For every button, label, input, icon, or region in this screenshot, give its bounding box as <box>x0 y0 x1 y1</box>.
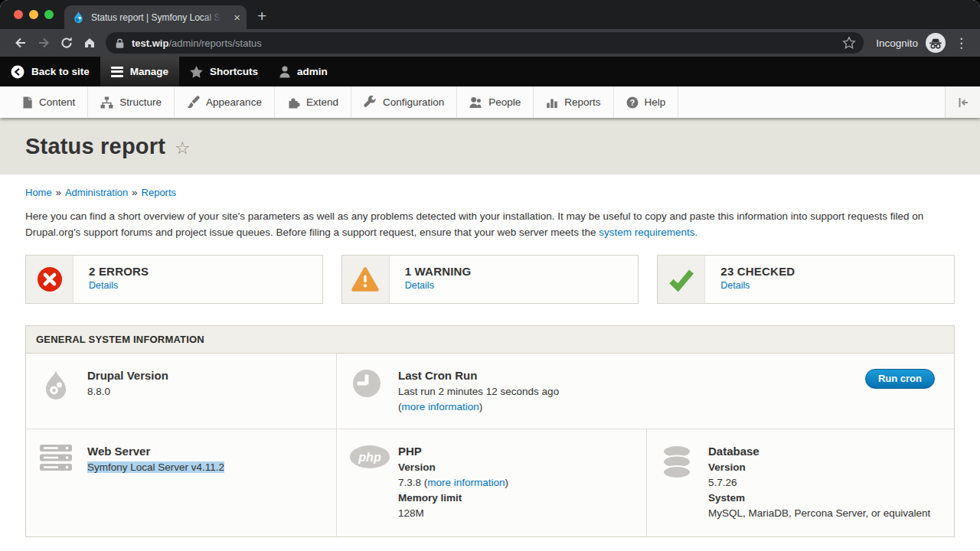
database-title: Database <box>708 445 930 458</box>
back-to-site-link[interactable]: Back to site <box>0 57 100 86</box>
address-bar[interactable]: test.wip/admin/reports/status <box>106 32 864 54</box>
error-iconbox <box>26 256 74 303</box>
help-icon: ? <box>626 96 639 109</box>
panel-header: GENERAL SYSTEM INFORMATION <box>26 326 954 354</box>
window-zoom-button[interactable] <box>44 10 54 19</box>
menu-item-extend[interactable]: Extend <box>275 86 351 118</box>
breadcrumb-administration-link[interactable]: Administration <box>65 187 128 198</box>
shortcuts-star-icon <box>190 66 203 78</box>
php-memory-limit-label: Memory limit <box>398 491 508 506</box>
checked-count: 23 CHECKED <box>720 265 795 278</box>
warnings-card: 1 WARNING Details <box>341 255 639 304</box>
tab-strip: Status report | Symfony Local Se × + <box>0 0 980 29</box>
cron-status-text: Last run 2 minutes 12 seconds ago <box>398 384 559 399</box>
checked-card: 23 CHECKED Details <box>657 255 955 304</box>
warnings-details-link[interactable]: Details <box>405 280 434 291</box>
drupal-version-title: Drupal Version <box>87 369 168 382</box>
warnings-count: 1 WARNING <box>405 265 472 278</box>
database-icon <box>662 445 692 480</box>
database-system-label: System <box>708 491 930 506</box>
url-host: test.wip <box>132 37 168 49</box>
menu-label: Configuration <box>383 96 444 108</box>
breadcrumb-home-link[interactable]: Home <box>25 187 52 198</box>
drupal-admin-toolbar: Back to site Manage Shortcuts admin <box>0 57 980 86</box>
forward-button[interactable] <box>32 31 55 54</box>
back-to-site-label: Back to site <box>31 66 90 77</box>
php-version-value: 7.3.8 ( <box>398 477 427 488</box>
breadcrumb-separator: » <box>132 187 137 198</box>
errors-details-link[interactable]: Details <box>89 280 118 291</box>
back-button[interactable] <box>9 31 32 54</box>
manage-label: Manage <box>130 66 168 77</box>
paren-close: ) <box>479 401 483 412</box>
browser-toolbar: test.wip/admin/reports/status Incognito … <box>0 29 980 57</box>
menu-item-people[interactable]: People <box>457 86 534 118</box>
back-to-site-icon <box>11 65 24 79</box>
tab-close-icon[interactable]: × <box>234 11 240 23</box>
paren-close: ) <box>505 477 509 488</box>
php-title: PHP <box>398 445 508 458</box>
menu-item-structure[interactable]: Structure <box>88 86 175 118</box>
database-cell: Database Version 5.7.26 System MySQL, Ma… <box>647 429 954 536</box>
browser-window: Status report | Symfony Local Se × + tes… <box>0 0 980 551</box>
toolbar-collapse-button[interactable] <box>945 86 980 118</box>
window-close-button[interactable] <box>14 10 23 19</box>
menu-item-appearance[interactable]: Appearance <box>175 86 275 118</box>
incognito-label: Incognito <box>876 37 918 49</box>
server-icon <box>40 445 72 471</box>
breadcrumb-reports-link[interactable]: Reports <box>142 187 177 198</box>
bookmark-star-icon[interactable] <box>842 36 856 50</box>
appearance-icon <box>187 96 200 109</box>
menu-label: Extend <box>306 96 338 108</box>
reports-icon <box>546 96 558 108</box>
menu-label: Content <box>39 96 75 108</box>
structure-icon <box>100 96 113 109</box>
menu-label: Help <box>645 96 666 108</box>
new-tab-button[interactable]: + <box>257 8 266 24</box>
reload-button[interactable] <box>55 31 78 54</box>
window-minimize-button[interactable] <box>29 10 38 19</box>
php-logo-icon: php <box>349 445 390 469</box>
intro-paragraph: Here you can find a short overview of yo… <box>25 208 955 240</box>
system-requirements-link[interactable]: system requirements. <box>599 227 697 238</box>
browser-menu-icon[interactable]: ⋮ <box>955 37 968 50</box>
svg-text:php: php <box>358 451 381 464</box>
drupal-drop-icon <box>42 369 70 403</box>
run-cron-button[interactable]: Run cron <box>865 369 935 389</box>
clock-icon <box>352 369 381 398</box>
menu-item-content[interactable]: Content <box>9 86 88 118</box>
breadcrumb: Home»Administration»Reports <box>25 187 955 198</box>
manage-menu-item[interactable]: Manage <box>100 57 179 86</box>
shortcuts-menu-item[interactable]: Shortcuts <box>179 57 269 86</box>
web-server-cell: Web Server Symfony Local Server v4.11.2 <box>26 429 337 536</box>
browser-tab[interactable]: Status report | Symfony Local Se × <box>64 5 247 29</box>
shortcuts-label: Shortcuts <box>210 66 258 77</box>
shortcut-star-icon[interactable]: ☆ <box>175 138 191 158</box>
database-version-value: 5.7.26 <box>708 475 930 491</box>
menu-label: Reports <box>564 96 600 108</box>
database-version-label: Version <box>708 460 930 475</box>
user-icon <box>279 66 290 78</box>
menu-label: Structure <box>119 96 162 108</box>
checked-details-link[interactable]: Details <box>720 280 750 291</box>
errors-count: 2 ERRORS <box>89 265 149 278</box>
menu-item-reports[interactable]: Reports <box>534 86 613 118</box>
incognito-icon <box>926 33 946 53</box>
people-icon <box>469 96 482 109</box>
web-server-title: Web Server <box>87 445 224 458</box>
menu-item-help[interactable]: ? Help <box>614 86 679 118</box>
checked-iconbox <box>658 256 705 303</box>
collapse-arrow-icon <box>957 96 969 109</box>
home-button[interactable] <box>78 31 101 54</box>
general-system-information-panel: GENERAL SYSTEM INFORMATION Drupal Versio… <box>25 325 955 537</box>
svg-text:?: ? <box>629 97 634 106</box>
system-info-grid: Drupal Version 8.8.0 Last Cron Run Last … <box>26 354 954 536</box>
cron-more-information-link[interactable]: more information <box>402 401 479 412</box>
menu-label: People <box>488 96 521 108</box>
check-icon <box>668 266 695 292</box>
menu-spacer <box>678 86 945 118</box>
content-icon <box>21 96 33 109</box>
php-more-information-link[interactable]: more information <box>427 477 505 488</box>
menu-item-configuration[interactable]: Configuration <box>351 86 457 118</box>
user-menu-item[interactable]: admin <box>269 57 338 86</box>
